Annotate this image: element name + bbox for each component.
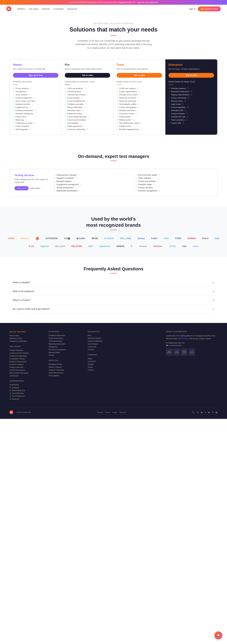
footer-terms-link[interactable]: Terms (105, 411, 110, 413)
footer-link[interactable]: Product Launches (10, 366, 44, 368)
check-icon: ✓ (168, 87, 170, 90)
footer-link[interactable]: Release Notes (49, 352, 83, 353)
testing-features-col1: ✓Dedicated test managerⓘ ✓Targeted recru… (54, 174, 131, 192)
info-icon: ⓘ (34, 97, 35, 99)
twitter-icon[interactable]: ✦ (204, 411, 206, 414)
footer-link[interactable]: Canvassals (10, 375, 44, 377)
footer-link[interactable]: Platform Support (49, 366, 83, 368)
faq-item-1[interactable]: What is a Builder? ∨ (13, 278, 214, 287)
info-icon: ⓘ (182, 103, 184, 105)
nav-customers[interactable]: Customers (54, 8, 64, 10)
footer-link[interactable]: Tester Recruitment (49, 372, 83, 374)
footer-link[interactable]: Contact (88, 369, 122, 371)
footer-link[interactable]: vs. UserTesting.com (10, 395, 44, 397)
starter-btn[interactable]: Sign up for free (13, 73, 58, 78)
linkedin-icon[interactable]: in (212, 411, 213, 414)
footer-link[interactable]: Product Releases (10, 349, 44, 351)
footer-link[interactable]: Quality & Engineering (10, 360, 44, 362)
feature-item: ✓Custom reportingⓘ (136, 186, 212, 189)
list-item: ✓Reporting engineⓘ (65, 109, 110, 112)
footer-link[interactable]: Project Automation (49, 337, 83, 339)
footer-link[interactable]: Career (88, 366, 122, 368)
footer-link[interactable]: Ebooks & Guides (88, 337, 122, 339)
nav-logo[interactable]: ▶ (6, 6, 13, 11)
footer-link[interactable]: CX/UX Researchers (10, 369, 44, 371)
list-item: ✓Engagement botⓘ (13, 106, 58, 109)
footer-link[interactable]: Podcast (88, 348, 122, 350)
pro-btn[interactable]: Talk to sales (65, 73, 110, 78)
footer-link[interactable]: Employee Dogfooding (10, 355, 44, 357)
footer-link[interactable]: Reporting Automation (49, 343, 83, 345)
learn-more-link[interactable]: Learn more → (30, 187, 42, 189)
footer-start-free-link[interactable]: Start for free (178, 338, 188, 340)
footer-link[interactable]: Case Studies (88, 343, 122, 345)
footer-link[interactable]: Customer Support (10, 364, 44, 365)
monitor-icon[interactable]: 🖥 (196, 411, 199, 414)
list-item: ✓Test planningⓘ (13, 90, 58, 93)
footer-link[interactable]: Events & Webinars (88, 340, 122, 342)
footer-security-link[interactable]: Security (119, 411, 126, 413)
footer-link[interactable]: Customers (88, 360, 122, 362)
discord-icon[interactable]: ◉ (201, 411, 202, 414)
testing-services-section: On-demand, expert test managers (0, 144, 227, 169)
footer-privacy-link[interactable]: Privacy (97, 411, 103, 413)
footer-link[interactable]: Definitive Guide (10, 338, 44, 339)
nav-resources[interactable]: Resources (68, 8, 77, 10)
footer-link[interactable]: Feedback Automation (49, 334, 83, 336)
footer-link[interactable]: Blog (88, 334, 122, 336)
facebook-icon[interactable]: ▣ (215, 411, 217, 414)
faq-item-2[interactable]: What is the Audience? ∨ (13, 287, 214, 296)
check-icon: ✓ (117, 128, 118, 130)
check-icon: ✓ (168, 122, 170, 124)
nav-services[interactable]: Services (42, 8, 50, 10)
footer-link[interactable]: Continuous User Testing (10, 352, 44, 354)
footer-link[interactable]: How to Beta (10, 334, 44, 336)
faq-item-3[interactable]: What is a Project? ∨ (13, 296, 214, 305)
footer-link[interactable]: Security & Compliance (49, 348, 83, 350)
feature-item: ✓Dedicated test managerⓘ (54, 174, 131, 176)
brand-lg: ⊙ LG (29, 245, 34, 248)
nav-use-cases[interactable]: Use cases (29, 8, 38, 10)
footer-link[interactable]: Pricing (49, 354, 83, 356)
footer-link[interactable]: Beta Program Managers (10, 372, 44, 374)
enterprise-btn[interactable]: Talk to sales (168, 73, 214, 78)
footer-link[interactable]: Training & Certification (10, 340, 44, 342)
faq-section: Frequently Asked Questions What is a Bui… (0, 257, 227, 323)
team-btn[interactable]: Talk to sales (117, 73, 162, 78)
footer-link[interactable]: vs. BetaTesting.com (10, 390, 44, 391)
footer-link[interactable]: Trial Logistics (49, 374, 83, 376)
info-icon: ⓘ (184, 100, 186, 102)
footer-link[interactable]: Tester Automation (49, 340, 83, 342)
footer-link[interactable]: Competitive Testing (10, 358, 44, 360)
sign-in-button[interactable]: Sign in (189, 8, 195, 10)
brand-belkin: ◉ belkin (76, 237, 85, 240)
footer-link[interactable]: Community (88, 346, 122, 348)
footer-link[interactable]: Program Consulting (49, 369, 83, 371)
info-icon: ⓘ (88, 116, 90, 118)
brand-amd: AMD▶ (8, 237, 15, 240)
footer-link[interactable]: vs. SurveyMonkey (10, 392, 44, 394)
check-icon: ✓ (168, 94, 170, 96)
top-banner[interactable]: Learn how the Webex beta team at Cisco i… (0, 0, 227, 5)
footer-social: 📞 🖥 ◉ ✦ ▶ in ▣ (192, 411, 217, 414)
footer-link[interactable]: Managed Testing (49, 363, 83, 365)
footer-link[interactable]: About (88, 358, 122, 360)
footer-link[interactable]: vs. Applause (10, 398, 44, 400)
info-icon: ⓘ (78, 174, 79, 176)
testing-talk-btn[interactable]: Talk to sales (15, 186, 29, 190)
phone-icon[interactable]: 📞 (192, 411, 195, 414)
footer-legal-link[interactable]: Legal (113, 411, 117, 413)
pro-desc: Best for individuals and small product t… (65, 68, 110, 70)
youtube-icon[interactable]: ▶ (208, 411, 210, 414)
faq-item-4[interactable]: Do I need a credit card to get started? … (13, 305, 214, 314)
footer-link[interactable]: UserTesting (10, 384, 44, 386)
footer-link[interactable]: Integrations (49, 346, 83, 348)
get-started-button[interactable]: Get started for free (198, 6, 221, 11)
brand-robot: Robot (202, 237, 208, 240)
check-icon: ✓ (65, 109, 66, 112)
nav-platform[interactable]: Platform (17, 8, 25, 10)
footer-link[interactable]: Support (88, 363, 122, 365)
plans-section: Starter Get a taste of the power of Cent… (0, 56, 227, 144)
hero-section: CENTERCODE SOLUTION OVERVIEW Solutions t… (0, 13, 227, 56)
footer-link[interactable]: vs. Instabug (10, 386, 44, 388)
